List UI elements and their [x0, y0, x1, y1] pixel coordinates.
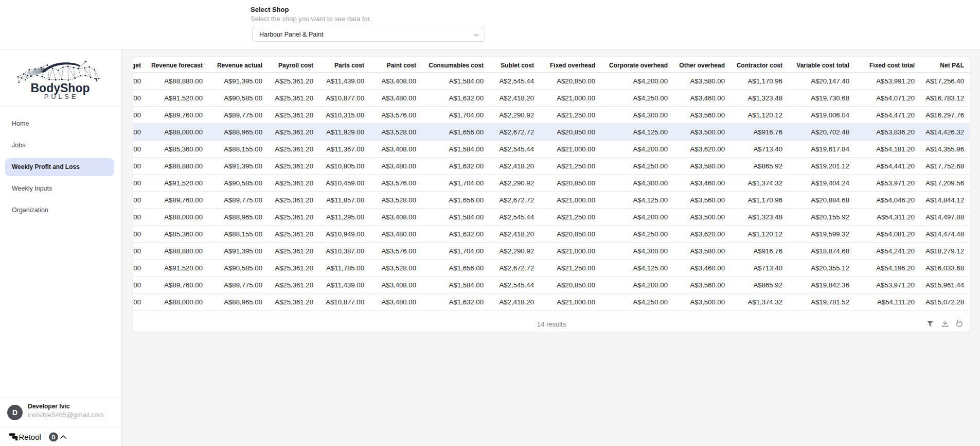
svg-text:D: D: [51, 435, 55, 440]
svg-text:PULSE: PULSE: [44, 93, 79, 100]
svg-text:Retool: Retool: [19, 433, 41, 441]
